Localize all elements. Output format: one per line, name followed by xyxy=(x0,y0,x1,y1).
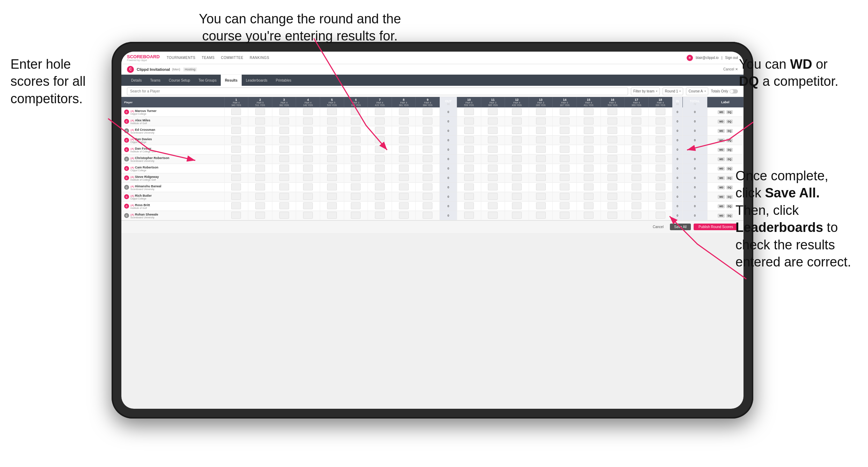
score-cell-h3[interactable] xyxy=(272,164,296,173)
publish-round-button[interactable]: Publish Round Scores xyxy=(694,224,738,230)
score-cell-h16[interactable] xyxy=(601,107,625,117)
search-input[interactable] xyxy=(127,88,628,95)
score-cell-h5[interactable] xyxy=(320,145,344,155)
score-cell-h13[interactable] xyxy=(529,164,553,173)
score-cell-h10[interactable] xyxy=(457,107,481,117)
score-cell-h13[interactable] xyxy=(529,145,553,155)
score-cell-h10[interactable] xyxy=(457,183,481,192)
score-cell-h2[interactable] xyxy=(248,192,272,202)
score-cell-h14[interactable] xyxy=(553,107,577,117)
score-cell-h18[interactable] xyxy=(648,183,672,192)
score-cell-h2[interactable] xyxy=(248,107,272,117)
score-cell-h15[interactable] xyxy=(576,155,601,164)
score-cell-h4[interactable] xyxy=(296,107,320,117)
score-cell-h17[interactable] xyxy=(625,192,649,202)
score-cell-h14[interactable] xyxy=(553,183,577,192)
score-cell-h2[interactable] xyxy=(248,136,272,145)
score-cell-h18[interactable] xyxy=(648,145,672,155)
score-cell-h15[interactable] xyxy=(576,164,601,173)
score-cell-h7[interactable] xyxy=(368,211,392,220)
score-cell-h13[interactable] xyxy=(529,117,553,126)
score-cell-h10[interactable] xyxy=(457,164,481,173)
score-cell-h13[interactable] xyxy=(529,192,553,202)
score-cell-h17[interactable] xyxy=(625,173,649,183)
score-cell-h16[interactable] xyxy=(601,183,625,192)
dq-button[interactable]: DQ xyxy=(726,120,733,123)
score-cell-h17[interactable] xyxy=(625,136,649,145)
nav-rankings[interactable]: RANKINGS xyxy=(250,56,269,60)
score-cell-h3[interactable] xyxy=(272,192,296,202)
score-cell-h16[interactable] xyxy=(601,155,625,164)
score-cell-h4[interactable] xyxy=(296,192,320,202)
score-cell-h16[interactable] xyxy=(601,164,625,173)
score-cell-h8[interactable] xyxy=(392,164,416,173)
score-cell-h15[interactable] xyxy=(576,211,601,220)
score-cell-h1[interactable] xyxy=(224,202,248,211)
score-cell-h7[interactable] xyxy=(368,164,392,173)
score-cell-h8[interactable] xyxy=(392,183,416,192)
wd-button[interactable]: WD xyxy=(718,214,725,218)
wd-button[interactable]: WD xyxy=(718,129,725,133)
score-cell-h5[interactable] xyxy=(320,136,344,145)
score-cell-h11[interactable] xyxy=(481,136,505,145)
score-cell-h8[interactable] xyxy=(392,145,416,155)
dq-button[interactable]: DQ xyxy=(726,176,733,180)
score-cell-h6[interactable] xyxy=(344,183,368,192)
score-cell-h12[interactable] xyxy=(505,183,529,192)
dq-button[interactable]: DQ xyxy=(726,157,733,161)
score-cell-h8[interactable] xyxy=(392,211,416,220)
dq-button[interactable]: DQ xyxy=(726,148,733,152)
score-cell-h4[interactable] xyxy=(296,155,320,164)
score-cell-h2[interactable] xyxy=(248,117,272,126)
score-cell-h18[interactable] xyxy=(648,192,672,202)
score-cell-h3[interactable] xyxy=(272,107,296,117)
dq-button[interactable]: DQ xyxy=(726,138,733,142)
score-cell-h2[interactable] xyxy=(248,202,272,211)
score-cell-h10[interactable] xyxy=(457,211,481,220)
score-cell-h17[interactable] xyxy=(625,183,649,192)
score-cell-h4[interactable] xyxy=(296,117,320,126)
score-cell-h11[interactable] xyxy=(481,183,505,192)
wd-button[interactable]: WD xyxy=(718,204,725,208)
score-cell-h11[interactable] xyxy=(481,145,505,155)
score-cell-h12[interactable] xyxy=(505,107,529,117)
score-cell-h6[interactable] xyxy=(344,107,368,117)
score-cell-h14[interactable] xyxy=(553,211,577,220)
score-cell-h4[interactable] xyxy=(296,173,320,183)
score-cell-h13[interactable] xyxy=(529,136,553,145)
score-cell-h5[interactable] xyxy=(320,117,344,126)
score-cell-h11[interactable] xyxy=(481,192,505,202)
score-cell-h5[interactable] xyxy=(320,173,344,183)
score-cell-h7[interactable] xyxy=(368,145,392,155)
dq-button[interactable]: DQ xyxy=(726,214,733,218)
score-cell-h9[interactable] xyxy=(416,117,440,126)
score-cell-h17[interactable] xyxy=(625,117,649,126)
score-cell-h13[interactable] xyxy=(529,155,553,164)
tab-tee-groups[interactable]: Tee Groups xyxy=(194,75,221,86)
score-cell-h11[interactable] xyxy=(481,211,505,220)
score-cell-h11[interactable] xyxy=(481,126,505,136)
score-cell-h9[interactable] xyxy=(416,164,440,173)
score-cell-h15[interactable] xyxy=(576,183,601,192)
score-cell-h8[interactable] xyxy=(392,155,416,164)
score-cell-h16[interactable] xyxy=(601,202,625,211)
tab-teams[interactable]: Teams xyxy=(146,75,165,86)
score-cell-h18[interactable] xyxy=(648,117,672,126)
score-cell-h8[interactable] xyxy=(392,136,416,145)
score-cell-h14[interactable] xyxy=(553,145,577,155)
dq-button[interactable]: DQ xyxy=(726,204,733,208)
score-cell-h18[interactable] xyxy=(648,164,672,173)
score-cell-h4[interactable] xyxy=(296,136,320,145)
score-cell-h3[interactable] xyxy=(272,145,296,155)
score-cell-h6[interactable] xyxy=(344,126,368,136)
score-cell-h1[interactable] xyxy=(224,192,248,202)
score-cell-h7[interactable] xyxy=(368,107,392,117)
wd-button[interactable]: WD xyxy=(718,120,725,123)
score-cell-h6[interactable] xyxy=(344,202,368,211)
score-cell-h17[interactable] xyxy=(625,155,649,164)
dq-button[interactable]: DQ xyxy=(726,186,733,189)
score-cell-h17[interactable] xyxy=(625,202,649,211)
score-cell-h12[interactable] xyxy=(505,136,529,145)
score-cell-h9[interactable] xyxy=(416,202,440,211)
score-cell-h5[interactable] xyxy=(320,183,344,192)
